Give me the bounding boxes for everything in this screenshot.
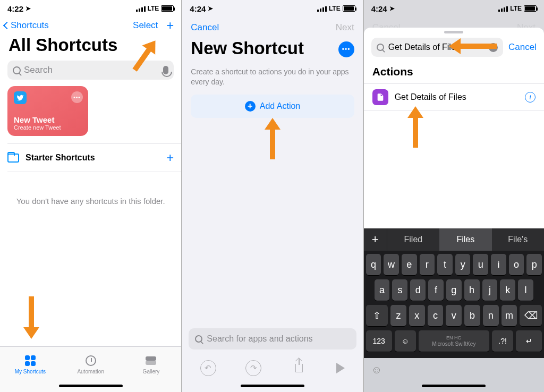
key-c[interactable]: c — [428, 305, 444, 326]
tab-gallery[interactable]: Gallery — [121, 347, 182, 381]
keyboard-plus-button[interactable]: + — [364, 228, 387, 251]
result-label: Get Details of Files — [395, 92, 466, 102]
plus-circle-icon: + — [245, 101, 256, 112]
space-brand: Microsoft SwiftKey — [432, 341, 475, 347]
info-button[interactable]: i — [525, 92, 536, 103]
key-m[interactable]: m — [502, 305, 517, 326]
key-b[interactable]: b — [464, 305, 480, 326]
location-icon: ➤ — [389, 5, 395, 12]
twitter-icon — [14, 91, 27, 104]
redo-button[interactable]: ↷ — [245, 360, 261, 376]
key-j[interactable]: j — [482, 279, 498, 301]
add-shortcut-button[interactable]: + — [166, 20, 174, 31]
chevron-left-icon — [3, 22, 11, 29]
home-indicator[interactable] — [0, 381, 181, 392]
search-input[interactable]: Get Details of Files ✕ — [371, 38, 503, 57]
keyboard: + Filed Files File's q w e r t y u i o p — [364, 228, 544, 392]
key-i[interactable]: i — [491, 254, 506, 275]
key-a[interactable]: a — [375, 279, 390, 301]
status-bar: 4:24➤ LTE — [182, 0, 362, 17]
location-icon: ➤ — [26, 5, 31, 12]
suggestion-bar: + Filed Files File's — [364, 228, 544, 251]
key-p[interactable]: p — [526, 254, 542, 275]
signal-icon — [136, 5, 146, 12]
key-row-2: a s d f g h j k l — [366, 279, 542, 301]
shortcut-settings-button[interactable]: ••• — [338, 41, 354, 57]
next-button[interactable]: Next — [336, 22, 354, 33]
add-action-button[interactable]: + Add Action — [191, 95, 354, 118]
file-icon — [372, 89, 388, 105]
mic-icon[interactable] — [163, 66, 168, 74]
key-t[interactable]: t — [437, 254, 453, 275]
emoji-key[interactable]: ☺ — [395, 330, 416, 352]
key-y[interactable]: y — [455, 254, 471, 275]
key-k[interactable]: k — [500, 279, 515, 301]
key-f[interactable]: f — [428, 279, 444, 301]
search-placeholder: Search for apps and actions — [207, 334, 312, 344]
back-button[interactable]: Shortcuts — [4, 20, 49, 31]
search-icon — [195, 335, 202, 343]
enter-key[interactable]: ↵ — [516, 330, 542, 352]
key-x[interactable]: x — [409, 305, 425, 326]
sheet-grabber[interactable] — [444, 31, 463, 33]
tile-menu-button[interactable]: ••• — [71, 91, 83, 103]
tab-my-shortcuts[interactable]: My Shortcuts — [0, 347, 61, 381]
key-q[interactable]: q — [366, 254, 381, 275]
search-icon — [13, 66, 21, 74]
folder-row-starter[interactable]: Starter Shortcuts + — [0, 144, 181, 172]
clear-button[interactable]: ✕ — [489, 43, 498, 52]
key-n[interactable]: n — [483, 305, 499, 326]
home-indicator[interactable] — [364, 381, 544, 392]
emoji-icon[interactable]: ☺ — [371, 364, 382, 376]
key-v[interactable]: v — [446, 305, 462, 326]
status-bar: 4:24➤ LTE — [364, 0, 544, 17]
gallery-icon — [146, 356, 156, 365]
key-d[interactable]: d — [410, 279, 426, 301]
search-value: Get Details of Files — [388, 42, 484, 52]
carrier-label: LTE — [148, 5, 159, 12]
numbers-key[interactable]: 123 — [366, 330, 392, 352]
key-o[interactable]: o — [509, 254, 524, 275]
editor-toolbar: ↶ ↷ — [182, 355, 362, 381]
backspace-key[interactable]: ⌫ — [520, 305, 542, 326]
key-e[interactable]: e — [402, 254, 417, 275]
suggestion-3[interactable]: File's — [492, 228, 544, 251]
cancel-button[interactable]: Cancel — [191, 22, 219, 33]
page-title: New Shortcut — [182, 35, 312, 64]
result-get-details-of-files[interactable]: Get Details of Files i — [364, 83, 544, 111]
tab-automation[interactable]: Automation — [61, 347, 121, 381]
search-field[interactable]: Search — [7, 61, 174, 80]
suggestion-1[interactable]: Filed — [387, 228, 439, 251]
screen-new-shortcut: 4:24➤ LTE Cancel Next New Shortcut ••• C… — [181, 0, 362, 392]
section-header: Actions — [364, 62, 544, 83]
undo-button[interactable]: ↶ — [200, 360, 216, 376]
space-key[interactable]: EN HG Microsoft SwiftKey — [419, 330, 489, 352]
cancel-button[interactable]: Cancel — [508, 42, 537, 53]
shortcut-tile-new-tweet[interactable]: ••• New Tweet Create new Tweet — [7, 86, 88, 136]
key-w[interactable]: w — [384, 254, 399, 275]
punctuation-key[interactable]: .?! — [492, 330, 513, 352]
key-h[interactable]: h — [464, 279, 480, 301]
key-r[interactable]: r — [420, 254, 435, 275]
shift-key[interactable]: ⇧ — [366, 305, 388, 326]
annotation-arrow — [23, 296, 39, 339]
key-l[interactable]: l — [518, 279, 533, 301]
select-button[interactable]: Select — [133, 20, 158, 31]
suggestion-2[interactable]: Files — [439, 228, 491, 251]
share-button[interactable] — [291, 360, 307, 376]
folder-add-button[interactable]: + — [166, 150, 174, 165]
divider — [7, 172, 181, 172]
key-row-1: q w e r t y u i o p — [366, 254, 542, 275]
key-u[interactable]: u — [473, 254, 488, 275]
key-g[interactable]: g — [446, 279, 462, 301]
action-search-field[interactable]: Search for apps and actions — [189, 328, 356, 350]
page-title: All Shortcuts — [0, 32, 181, 61]
home-indicator[interactable] — [182, 381, 362, 392]
search-placeholder: Search — [24, 65, 53, 75]
space-lang: EN HG — [446, 335, 462, 340]
key-s[interactable]: s — [392, 279, 407, 301]
key-z[interactable]: z — [390, 305, 406, 326]
run-button[interactable] — [336, 363, 345, 373]
screen-all-shortcuts: 4:22➤ LTE Shortcuts Select + All Shortcu… — [0, 0, 181, 392]
grid-icon — [25, 355, 36, 366]
